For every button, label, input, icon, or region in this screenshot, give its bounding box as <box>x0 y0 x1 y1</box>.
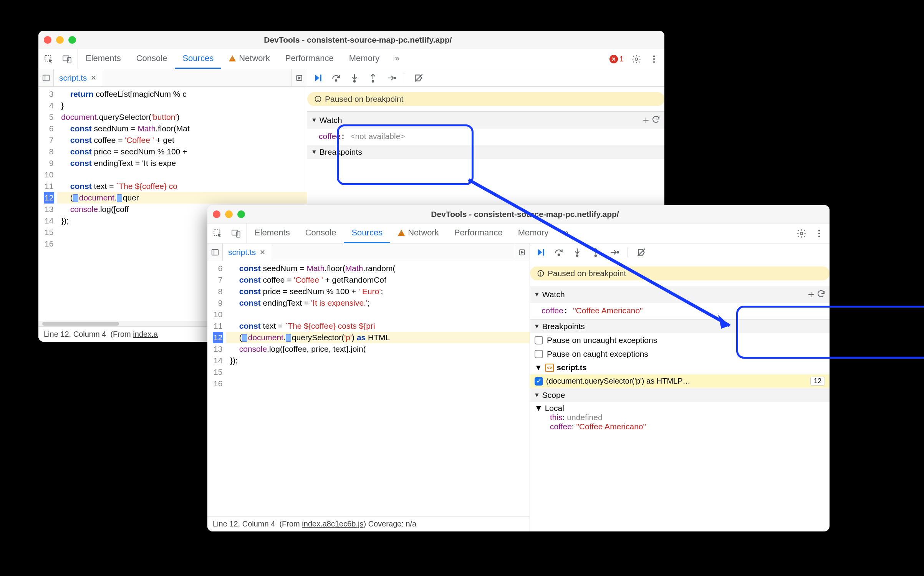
breakpoint-file[interactable]: ▼<>script.ts <box>530 361 830 374</box>
code-editor[interactable]: 678910111213141516 const seedNum = Math.… <box>207 261 530 516</box>
resume-icon[interactable] <box>313 73 323 83</box>
error-counter[interactable]: ✕1 <box>609 55 624 63</box>
add-watch-icon[interactable] <box>643 114 649 126</box>
file-tab[interactable]: script.ts✕ <box>223 243 271 261</box>
pause-caught-checkbox[interactable]: Pause on caught exceptions <box>530 347 830 361</box>
code-line[interactable] <box>226 366 530 378</box>
breakpoints-header[interactable]: ▼Breakpoints <box>530 319 830 333</box>
code-line[interactable]: const text = `The ${coffee} co <box>57 180 307 192</box>
tab-console[interactable]: Console <box>298 223 344 243</box>
checkbox-icon <box>535 377 543 386</box>
code-line[interactable]: return coffeeList[magicNum % c <box>57 88 307 100</box>
traffic-min[interactable] <box>225 210 233 218</box>
code-line[interactable] <box>226 378 530 389</box>
step-icon[interactable] <box>386 73 396 83</box>
inspect-icon[interactable] <box>213 228 223 238</box>
watch-value: "Coffee Americano" <box>573 306 642 315</box>
close-icon[interactable]: ✕ <box>260 248 265 257</box>
code-line[interactable]: const price = seedNum % 100 + ' Euro'; <box>226 286 530 297</box>
tab-label: Memory <box>349 53 379 63</box>
step-icon[interactable] <box>609 247 619 257</box>
watch-key: coffee <box>319 132 341 141</box>
deactivate-bp-icon[interactable] <box>636 247 646 257</box>
error-icon: ✕ <box>609 55 618 63</box>
svg-marker-34 <box>521 251 523 253</box>
code-line[interactable] <box>57 169 307 180</box>
traffic-close[interactable] <box>44 36 51 44</box>
scope-local[interactable]: ▼ Local <box>535 404 825 413</box>
refresh-icon[interactable] <box>651 115 661 126</box>
tab-elements[interactable]: Elements <box>247 223 298 243</box>
device-icon[interactable] <box>62 54 72 64</box>
tab-elements[interactable]: Elements <box>78 49 129 69</box>
tab-label: Network <box>239 53 270 63</box>
watch-header[interactable]: ▼Watch <box>530 286 830 303</box>
more-icon[interactable] <box>814 228 824 238</box>
navigator-toggle-icon[interactable] <box>38 69 54 86</box>
breakpoints-header[interactable]: ▼Breakpoints <box>307 145 664 159</box>
scope-header[interactable]: ▼Scope <box>530 388 830 402</box>
close-icon[interactable]: ✕ <box>91 74 96 82</box>
code-line[interactable]: document.querySelector('button') <box>57 111 307 123</box>
add-watch-icon[interactable] <box>808 288 814 301</box>
code-line[interactable]: const text = `The ${coffee} costs ${pri <box>226 320 530 332</box>
file-icon: <> <box>545 364 554 372</box>
tab-sources[interactable]: Sources <box>344 223 390 243</box>
tabs-overflow[interactable]: » <box>387 49 407 69</box>
step-into-icon[interactable] <box>349 73 359 83</box>
traffic-max[interactable] <box>237 210 245 218</box>
snippets-icon[interactable] <box>291 69 307 86</box>
code-line[interactable] <box>226 309 530 320</box>
pause-uncaught-checkbox[interactable]: Pause on uncaught exceptions <box>530 333 830 347</box>
tab-sources[interactable]: Sources <box>175 49 221 69</box>
code-line[interactable]: const coffee = 'Coffee ' + getRandomCof <box>226 274 530 286</box>
svg-rect-1 <box>63 56 69 61</box>
traffic-max[interactable] <box>68 36 76 44</box>
code-line[interactable]: const price = seedNum % 100 + <box>57 146 307 157</box>
step-out-icon[interactable] <box>591 247 601 257</box>
step-over-icon[interactable] <box>554 247 564 257</box>
tab-memory[interactable]: Memory <box>341 49 387 69</box>
tab-performance[interactable]: Performance <box>447 223 510 243</box>
breakpoint-item[interactable]: (document.querySelector('p') as HTMLP…12 <box>530 374 830 388</box>
traffic-min[interactable] <box>56 36 64 44</box>
resume-icon[interactable] <box>535 247 545 257</box>
inspect-icon[interactable] <box>44 54 54 64</box>
settings-icon[interactable] <box>796 228 806 238</box>
watch-header[interactable]: ▼Watch <box>307 112 664 129</box>
code-line[interactable]: const coffee = 'Coffee ' + get <box>57 134 307 146</box>
navigator-toggle-icon[interactable] <box>207 243 223 261</box>
code-line[interactable]: (document.querySelector('p') as HTML <box>226 332 530 343</box>
code-line[interactable]: const endingText = 'It is expe <box>57 157 307 169</box>
code-line[interactable]: const seedNum = Math.floor(Math.random( <box>226 263 530 274</box>
breakpoints-label: Breakpoints <box>542 322 585 331</box>
code-line[interactable]: const seedNum = Math.floor(Mat <box>57 123 307 134</box>
tab-network[interactable]: Network <box>221 49 278 69</box>
step-into-icon[interactable] <box>572 247 582 257</box>
traffic-close[interactable] <box>213 210 220 218</box>
code-line[interactable]: }); <box>226 355 530 366</box>
svg-point-41 <box>595 255 596 256</box>
deactivate-bp-icon[interactable] <box>414 73 424 83</box>
snippets-icon[interactable] <box>514 243 530 261</box>
tabs-overflow[interactable]: » <box>556 223 576 243</box>
tab-memory[interactable]: Memory <box>510 223 556 243</box>
svg-rect-12 <box>320 74 321 81</box>
file-tab[interactable]: script.ts✕ <box>54 69 102 86</box>
code-line[interactable]: } <box>57 100 307 111</box>
settings-icon[interactable] <box>631 54 641 64</box>
status-link[interactable]: index.a8c1ec6b.js <box>302 520 363 528</box>
code-line[interactable]: const endingText = 'It is expensive.'; <box>226 297 530 309</box>
code-line[interactable]: (document.quer <box>57 192 307 204</box>
code-line[interactable]: console.log([coffee, price, text].join( <box>226 343 530 355</box>
tab-performance[interactable]: Performance <box>278 49 341 69</box>
refresh-icon[interactable] <box>816 289 826 300</box>
step-out-icon[interactable] <box>368 73 378 83</box>
watch-label: Watch <box>320 116 342 125</box>
more-icon[interactable] <box>649 54 659 64</box>
step-over-icon[interactable] <box>331 73 341 83</box>
tab-network[interactable]: Network <box>390 223 447 243</box>
watch-body: coffee: "Coffee Americano" <box>530 303 830 319</box>
device-icon[interactable] <box>231 228 241 238</box>
tab-console[interactable]: Console <box>129 49 175 69</box>
